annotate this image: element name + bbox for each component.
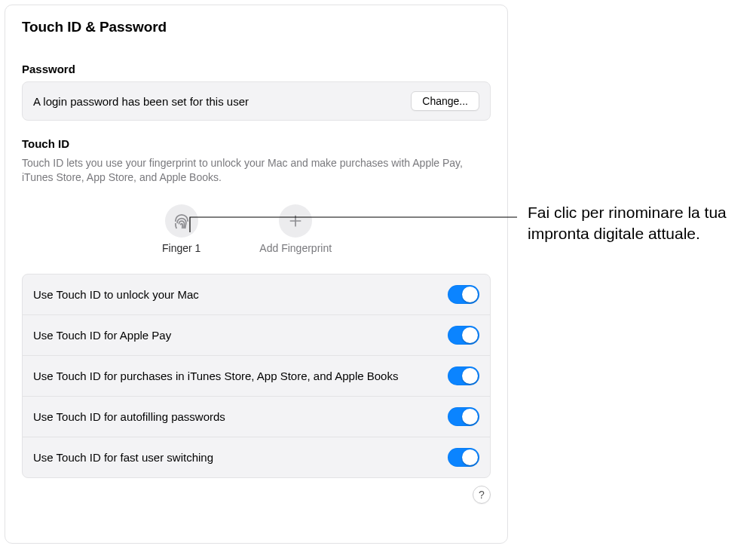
option-label: Use Touch ID for fast user switching [33,450,213,465]
plus-icon [279,204,312,238]
callout-text: Fai clic per rinominare la tua impronta … [528,202,746,245]
add-fingerprint-label: Add Fingerprint [259,242,332,254]
toggle-apple-pay[interactable] [448,326,479,345]
fingerprint-row: Finger 1 Add Fingerprint [22,204,491,254]
change-password-button[interactable]: Change... [411,91,479,111]
password-heading: Password [22,63,491,75]
option-row-unlock-mac: Use Touch ID to unlock your Mac [23,274,490,315]
touchid-description: Touch ID lets you use your fingerprint t… [22,156,474,185]
option-row-fast-user-switching: Use Touch ID for fast user switching [23,437,490,477]
option-label: Use Touch ID for autofilling passwords [33,409,225,425]
add-fingerprint-button[interactable]: Add Fingerprint [259,204,332,254]
toggle-autofill[interactable] [448,407,479,426]
toggle-purchases[interactable] [448,366,479,385]
help-row: ? [22,486,491,504]
option-row-autofill: Use Touch ID for autofilling passwords [23,397,490,437]
fingerprint-icon [165,204,198,238]
touchid-options-card: Use Touch ID to unlock your Mac Use Touc… [22,274,491,478]
option-label: Use Touch ID for purchases in iTunes Sto… [33,369,398,384]
option-label: Use Touch ID to unlock your Mac [33,287,199,302]
toggle-unlock-mac[interactable] [448,285,479,304]
password-status-text: A login password has been set for this u… [33,95,249,108]
settings-panel: Touch ID & Password Password A login pas… [5,5,508,544]
option-label: Use Touch ID for Apple Pay [33,328,171,343]
fingerprint-item-1[interactable]: Finger 1 [162,204,200,254]
touchid-heading: Touch ID [22,137,491,150]
touchid-section: Touch ID Touch ID lets you use your fing… [22,137,491,254]
option-row-purchases: Use Touch ID for purchases in iTunes Sto… [23,356,490,397]
option-row-apple-pay: Use Touch ID for Apple Pay [23,315,490,356]
password-card: A login password has been set for this u… [22,81,491,121]
fingerprint-label[interactable]: Finger 1 [162,242,200,254]
toggle-fast-user-switching[interactable] [448,448,479,467]
page-title: Touch ID & Password [22,19,491,35]
help-button[interactable]: ? [473,486,491,504]
